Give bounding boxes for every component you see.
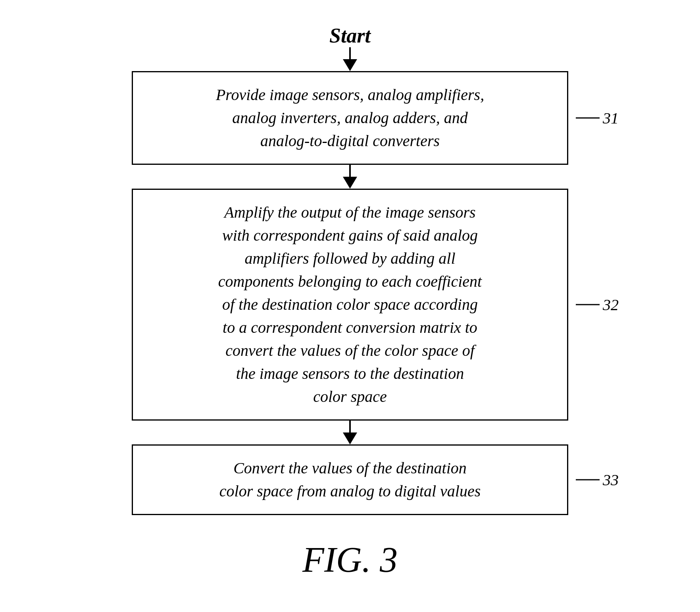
arrow-box31-to-box32: [343, 165, 357, 189]
arrow-start-to-box31: [343, 47, 357, 71]
box32-text: Amplify the output of the image sensors …: [157, 201, 543, 408]
ref-33: 33: [576, 471, 619, 489]
ref-32: 32: [576, 295, 619, 314]
ref-31: 31: [576, 109, 619, 127]
flow-box-33: Convert the values of the destination co…: [132, 444, 568, 515]
flow-box-31: Provide image sensors, analog amplifiers…: [132, 71, 568, 165]
start-label: Start: [329, 24, 371, 47]
fig-label: FIG. 3: [302, 539, 398, 580]
box33-text: Convert the values of the destination co…: [153, 457, 547, 503]
arrow-box32-to-box33: [343, 421, 357, 444]
diagram-container: Start Provide image sensors, analog ampl…: [0, 0, 700, 612]
flow-box-32: Amplify the output of the image sensors …: [132, 189, 568, 421]
box31-text: Provide image sensors, analog amplifiers…: [153, 83, 547, 153]
